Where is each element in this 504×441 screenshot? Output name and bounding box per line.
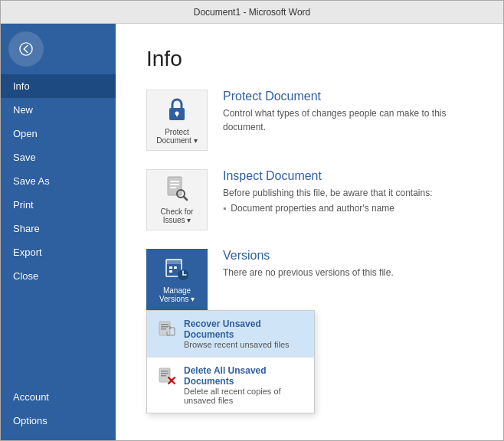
- svg-rect-6: [170, 184, 179, 185]
- svg-rect-13: [174, 266, 177, 269]
- protect-heading: Protect Document: [223, 90, 473, 103]
- recover-text: Recover Unsaved Documents Browse recent …: [184, 318, 305, 349]
- back-button[interactable]: [8, 31, 44, 67]
- delete-desc: Delete all recent copies of unsaved file…: [184, 387, 305, 405]
- sidebar-item-share[interactable]: Share: [1, 217, 116, 240]
- svg-rect-11: [166, 260, 182, 264]
- delete-title: Delete All Unsaved Documents: [184, 365, 305, 387]
- svg-rect-19: [161, 324, 169, 325]
- protect-document-button[interactable]: ProtectDocument ▾: [146, 90, 208, 151]
- versions-dropdown: Recover Unsaved Documents Browse recent …: [146, 310, 315, 413]
- svg-rect-4: [168, 177, 182, 195]
- sidebar-item-save-as[interactable]: Save As: [1, 169, 116, 193]
- main-panel: Info ProtectDocument ▾ Protect Document …: [116, 24, 503, 440]
- svg-rect-12: [169, 266, 172, 269]
- sidebar-item-save[interactable]: Save: [1, 145, 116, 169]
- svg-rect-5: [170, 181, 179, 182]
- title-bar: Document1 - Microsoft Word: [1, 1, 503, 24]
- delete-unsaved-item[interactable]: Delete All Unsaved Documents Delete all …: [147, 358, 314, 413]
- sidebar-item-open[interactable]: Open: [1, 122, 116, 145]
- sidebar-item-export[interactable]: Export: [1, 240, 116, 264]
- svg-rect-3: [176, 113, 178, 116]
- svg-rect-7: [170, 187, 176, 188]
- sidebar-item-info[interactable]: Info: [1, 74, 116, 98]
- sidebar-bottom: Account Options: [1, 385, 116, 440]
- versions-text: Versions There are no previous versions …: [223, 249, 394, 279]
- inspect-icon-label: Check forIssues ▾: [161, 207, 194, 224]
- content-area: Info New Open Save Save As Print Share E…: [1, 24, 503, 440]
- versions-description: There are no previous versions of this f…: [223, 266, 394, 279]
- inspect-section: Check forIssues ▾ Inspect Document Befor…: [146, 169, 473, 230]
- protect-section: ProtectDocument ▾ Protect Document Contr…: [146, 90, 473, 151]
- inspect-heading: Inspect Document: [223, 169, 433, 183]
- versions-heading: Versions: [223, 249, 394, 263]
- page-title: Info: [146, 47, 473, 71]
- svg-rect-23: [161, 371, 169, 372]
- svg-line-9: [184, 197, 187, 200]
- inspect-text: Inspect Document Before publishing this …: [223, 169, 433, 214]
- protect-text: Protect Document Control what types of c…: [223, 90, 473, 134]
- sidebar-item-options[interactable]: Options: [1, 409, 116, 433]
- sidebar-item-close[interactable]: Close: [1, 264, 116, 288]
- sidebar: Info New Open Save Save As Print Share E…: [1, 24, 116, 440]
- recover-title: Recover Unsaved Documents: [184, 318, 305, 340]
- svg-point-0: [20, 43, 32, 55]
- recover-icon: [156, 318, 178, 340]
- inspect-description: Before publishing this file, be aware th…: [223, 186, 433, 200]
- versions-icon-label: ManageVersions ▾: [159, 286, 195, 303]
- title-text: Document1 - Microsoft Word: [194, 7, 311, 18]
- sidebar-nav: Info New Open Save Save As Print Share E…: [1, 74, 116, 288]
- delete-text: Delete All Unsaved Documents Delete all …: [184, 365, 305, 405]
- recover-desc: Browse recent unsaved files: [184, 340, 305, 349]
- svg-rect-25: [161, 375, 166, 377]
- versions-section: ManageVersions ▾ Versions There are no p…: [146, 249, 473, 310]
- protect-description: Control what types of changes people can…: [223, 106, 473, 134]
- delete-icon: [156, 365, 178, 387]
- svg-rect-21: [161, 328, 166, 330]
- manage-versions-button[interactable]: ManageVersions ▾: [146, 249, 208, 310]
- check-issues-button[interactable]: Check forIssues ▾: [146, 169, 208, 230]
- sidebar-item-account[interactable]: Account: [1, 385, 116, 409]
- protect-icon-label: ProtectDocument ▾: [156, 128, 197, 145]
- sidebar-item-new[interactable]: New: [1, 98, 116, 122]
- main-window: Document1 - Microsoft Word Info New Open…: [0, 0, 504, 441]
- sidebar-item-print[interactable]: Print: [1, 193, 116, 217]
- recover-unsaved-item[interactable]: Recover Unsaved Documents Browse recent …: [147, 311, 314, 357]
- inspect-bullet-1: Document properties and author's name: [223, 203, 433, 214]
- svg-rect-24: [161, 373, 169, 374]
- svg-rect-20: [161, 326, 169, 328]
- svg-rect-14: [169, 270, 172, 273]
